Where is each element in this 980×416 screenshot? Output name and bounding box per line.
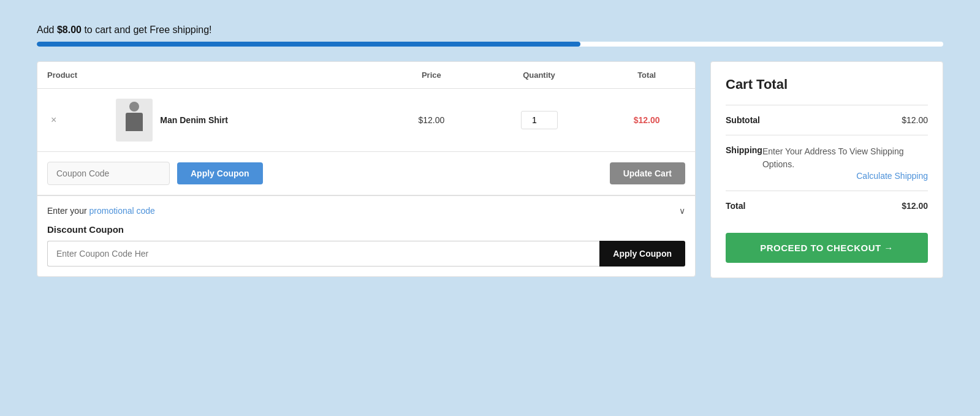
total-col-header: Total — [598, 62, 695, 89]
quantity-input[interactable] — [521, 111, 558, 129]
shipping-banner: Add $8.00 to cart and get Free shipping! — [37, 25, 943, 47]
shipping-progress-fill — [37, 42, 580, 47]
coupon-row: Apply Coupon Update Cart — [37, 152, 695, 195]
table-row: × Man Denim Shirt — [37, 89, 695, 152]
shipping-note: Enter Your Address To View Shipping Opti… — [762, 146, 904, 169]
cart-table: Product Price Quantity Total × — [37, 62, 695, 195]
shipping-amount: $8.00 — [57, 25, 82, 35]
product-total: $12.00 — [598, 89, 695, 152]
subtotal-row: Subtotal $12.00 — [726, 105, 928, 135]
product-cell: Man Denim Shirt — [116, 99, 373, 142]
coupon-code-input[interactable] — [47, 162, 170, 185]
product-col-header: Product — [37, 62, 383, 89]
coupon-row-inner: Apply Coupon — [47, 162, 263, 185]
cart-total-panel: Cart Total Subtotal $12.00 Shipping Ente… — [710, 61, 943, 278]
apply-coupon-button[interactable]: Apply Coupon — [177, 162, 263, 184]
total-label: Total — [726, 201, 745, 211]
total-value: $12.00 — [902, 201, 928, 211]
subtotal-value: $12.00 — [902, 115, 928, 125]
update-cart-button[interactable]: Update Cart — [610, 162, 685, 184]
promo-section: Enter your promotional code ∨ Discount C… — [37, 195, 695, 276]
cart-total-title: Cart Total — [726, 77, 928, 93]
remove-item-button[interactable]: × — [47, 115, 60, 126]
shipping-banner-text: Add $8.00 to cart and get Free shipping! — [37, 25, 943, 36]
promo-header[interactable]: Enter your promotional code ∨ — [47, 206, 685, 216]
product-name: Man Denim Shirt — [160, 115, 227, 125]
shipping-row: Shipping Enter Your Address To View Ship… — [726, 135, 928, 191]
quantity-cell — [480, 89, 599, 152]
discount-input-row: Apply Coupon — [47, 241, 685, 267]
promo-header-text: Enter your promotional code — [47, 206, 155, 216]
quantity-col-header: Quantity — [480, 62, 599, 89]
main-content: Product Price Quantity Total × — [37, 61, 943, 278]
discount-apply-button[interactable]: Apply Coupon — [599, 241, 685, 267]
shipping-suffix: to cart and get Free shipping! — [82, 25, 212, 35]
product-thumbnail — [122, 102, 146, 138]
shipping-progress-bar — [37, 42, 943, 47]
checkout-button[interactable]: PROCEED TO CHECKOUT → — [726, 233, 928, 263]
subtotal-label: Subtotal — [726, 115, 760, 125]
product-price: $12.00 — [383, 89, 480, 152]
price-col-header: Price — [383, 62, 480, 89]
cart-panel: Product Price Quantity Total × — [37, 61, 696, 277]
discount-coupon-label: Discount Coupon — [47, 224, 685, 235]
coupon-actions: Apply Coupon Update Cart — [47, 162, 685, 185]
total-row: Total $12.00 — [726, 191, 928, 221]
promo-link-text: promotional code — [89, 206, 154, 216]
discount-coupon-input[interactable] — [47, 241, 599, 267]
product-image — [116, 99, 153, 142]
calculate-shipping-link[interactable]: Calculate Shipping — [762, 171, 928, 181]
shipping-label: Shipping — [726, 145, 762, 155]
discount-coupon-section: Discount Coupon Apply Coupon — [47, 224, 685, 267]
chevron-down-icon: ∨ — [679, 206, 685, 216]
